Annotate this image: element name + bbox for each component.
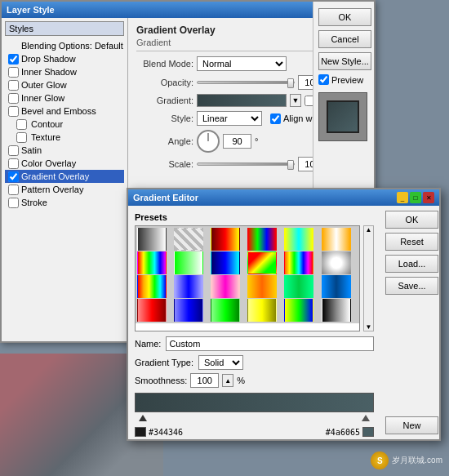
preset-18[interactable]: [322, 275, 351, 298]
ge-right-buttons: OK Reset Load... Save... New: [380, 206, 439, 439]
color-stop-left-info: #344346: [135, 427, 183, 437]
scroll-down-button[interactable]: ▼: [364, 323, 373, 331]
texture-checkbox[interactable]: [16, 132, 27, 143]
smoothness-spinner[interactable]: ▲: [222, 374, 233, 387]
blend-mode-select[interactable]: Normal Multiply Screen: [197, 56, 287, 71]
style-select[interactable]: Linear Radial Angle: [197, 111, 262, 126]
bevel-emboss-checkbox[interactable]: [8, 106, 19, 117]
preset-12[interactable]: [322, 251, 351, 274]
angle-dial[interactable]: [197, 130, 220, 153]
color-stop-left-swatch[interactable]: [135, 427, 146, 437]
preset-19[interactable]: [137, 299, 167, 322]
preset-15[interactable]: [211, 275, 240, 298]
outer-glow-checkbox[interactable]: [8, 80, 19, 91]
preset-20[interactable]: [174, 299, 203, 322]
ge-reset-button[interactable]: Reset: [385, 233, 438, 251]
ge-close-button[interactable]: ✕: [423, 192, 434, 203]
contour-item[interactable]: Contour: [5, 118, 124, 131]
inner-shadow-item[interactable]: Inner Shadow: [5, 65, 124, 78]
satin-item[interactable]: Satin: [5, 144, 124, 157]
scale-slider[interactable]: [197, 162, 295, 166]
ok-button[interactable]: OK: [318, 8, 371, 26]
smoothness-row: Smoothness: ▲ %: [135, 373, 374, 388]
ge-save-button[interactable]: Save...: [385, 277, 438, 295]
inner-glow-item[interactable]: Inner Glow: [5, 91, 124, 105]
preset-9[interactable]: [211, 251, 240, 274]
ge-name-input[interactable]: [166, 336, 374, 351]
color2-hex-label: #4a6065: [326, 428, 360, 437]
color1-hex-label: #344346: [149, 428, 183, 437]
angle-input[interactable]: [223, 134, 251, 149]
ge-maximize-button[interactable]: □: [410, 192, 421, 203]
preview-thumbnail: [318, 92, 367, 141]
preset-21[interactable]: [211, 299, 240, 322]
preset-3[interactable]: [211, 228, 240, 251]
ge-ok-button[interactable]: OK: [385, 211, 438, 229]
satin-checkbox[interactable]: [8, 145, 19, 156]
opacity-slider[interactable]: [197, 81, 295, 84]
texture-item[interactable]: Texture: [5, 131, 124, 144]
gradient-dropdown-button[interactable]: ▼: [290, 94, 301, 107]
presets-container: ▲ ▼: [135, 225, 374, 331]
preset-4[interactable]: [247, 228, 277, 251]
preset-10[interactable]: [247, 251, 277, 274]
gradient-overlay-checkbox[interactable]: [8, 171, 19, 182]
preset-23[interactable]: [284, 299, 313, 322]
preset-17[interactable]: [284, 275, 313, 298]
preset-8[interactable]: [174, 251, 203, 274]
preset-2[interactable]: [174, 228, 203, 251]
presets-grid: [136, 226, 359, 323]
preset-16[interactable]: [247, 275, 277, 298]
smoothness-input[interactable]: [190, 373, 219, 388]
gradient-preview[interactable]: [197, 94, 287, 107]
gradient-editor-titlebar: Gradient Editor _ □ ✕: [128, 189, 439, 206]
presets-grid-container[interactable]: [135, 225, 360, 331]
preset-22[interactable]: [247, 299, 277, 322]
gradient-overlay-item[interactable]: Gradient Overlay: [5, 170, 124, 183]
color-overlay-item[interactable]: Color Overlay: [5, 157, 124, 170]
blending-options-item[interactable]: Blending Options: Default: [5, 39, 124, 52]
scroll-up-button[interactable]: ▲: [364, 226, 373, 234]
angle-unit: °: [255, 136, 258, 146]
blend-mode-label: Blend Mode:: [136, 59, 193, 69]
outer-glow-item[interactable]: Outer Glow: [5, 78, 124, 91]
preset-14[interactable]: [174, 275, 203, 298]
color-stop-left[interactable]: [139, 415, 147, 421]
ge-spacer: [385, 299, 434, 412]
align-layer-checkbox[interactable]: [270, 113, 281, 124]
drop-shadow-item[interactable]: Drop Shadow: [5, 52, 124, 65]
preset-6[interactable]: [322, 228, 351, 251]
preset-11[interactable]: [284, 251, 313, 274]
bevel-emboss-item[interactable]: Bevel and Emboss: [5, 105, 124, 118]
color-overlay-checkbox[interactable]: [8, 158, 19, 169]
watermark-text: 岁月联城.com: [392, 455, 442, 466]
preset-1[interactable]: [137, 228, 167, 251]
presets-scrollbar[interactable]: ▲ ▼: [363, 225, 374, 331]
inner-shadow-checkbox[interactable]: [8, 67, 19, 78]
preview-checkbox[interactable]: [318, 74, 329, 85]
stroke-item[interactable]: Stroke: [5, 196, 124, 209]
pattern-overlay-checkbox[interactable]: [8, 185, 19, 195]
gradient-bar[interactable]: [135, 393, 374, 412]
preset-13[interactable]: [137, 275, 167, 298]
preset-24[interactable]: [322, 299, 351, 322]
pattern-overlay-item[interactable]: Pattern Overlay: [5, 183, 124, 196]
ge-load-button[interactable]: Load...: [385, 255, 438, 273]
color-stop-right-swatch[interactable]: [362, 427, 374, 437]
ge-minimize-button[interactable]: _: [397, 192, 408, 203]
styles-panel: Styles Blending Options: Default Drop Sh…: [2, 18, 128, 341]
inner-glow-checkbox[interactable]: [8, 93, 19, 104]
preview-inner: [327, 100, 359, 133]
drop-shadow-checkbox[interactable]: [8, 54, 19, 65]
stroke-checkbox[interactable]: [8, 198, 19, 208]
ge-new-button[interactable]: New: [385, 416, 438, 434]
color-stop-right[interactable]: [362, 415, 370, 421]
contour-checkbox[interactable]: [16, 119, 27, 130]
preset-7[interactable]: [137, 251, 167, 274]
gradient-editor-titlebar-buttons: _ □ ✕: [397, 192, 434, 203]
ge-type-row: Gradient Type: Solid Noise: [135, 355, 374, 370]
cancel-button[interactable]: Cancel: [318, 30, 371, 48]
new-style-button[interactable]: New Style...: [318, 52, 371, 70]
preset-5[interactable]: [284, 228, 313, 251]
gradient-type-select[interactable]: Solid Noise: [198, 355, 243, 370]
